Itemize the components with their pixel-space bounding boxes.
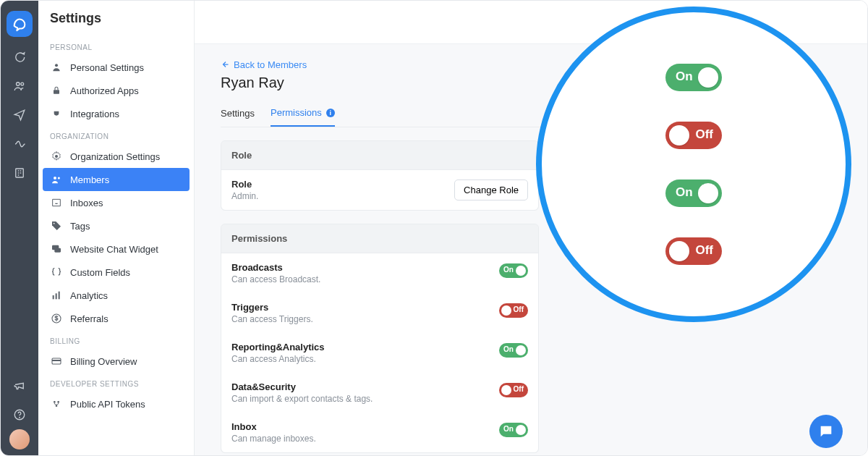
sidebar-item-api-tokens[interactable]: Public API Tokens	[38, 392, 194, 415]
logo[interactable]	[7, 11, 33, 37]
rail-org-icon[interactable]	[1, 159, 38, 187]
role-panel: Role Role Admin. Change Role	[221, 140, 539, 211]
toggle-knob	[669, 241, 689, 261]
rail-announce-icon[interactable]	[1, 371, 38, 400]
rail-flows-icon[interactable]	[1, 130, 38, 159]
rail-contacts-icon[interactable]	[1, 72, 38, 101]
rail-avatar[interactable]	[9, 429, 30, 449]
change-role-button[interactable]: Change Role	[454, 180, 528, 200]
role-panel-head: Role	[221, 141, 538, 170]
sidebar-item-analytics[interactable]: Analytics	[38, 284, 194, 307]
perm-inbox-toggle[interactable]: On	[499, 423, 528, 437]
perm-desc: Can access Triggers.	[231, 314, 313, 324]
toggle-knob	[698, 183, 718, 203]
chat-widget-icon	[50, 242, 63, 256]
rail-help-icon[interactable]	[1, 400, 38, 429]
info-badge-icon: i	[326, 109, 335, 117]
analytics-icon	[50, 289, 63, 302]
sidebar-item-label: Public API Tokens	[70, 399, 145, 410]
sidebar-item-label: Referrals	[70, 313, 109, 324]
chat-bubble-icon	[818, 423, 834, 439]
section-developer: DEVELOPER SETTINGS	[38, 373, 194, 392]
toggle-knob	[516, 345, 526, 355]
icon-rail	[1, 1, 38, 455]
toggle-label: Off	[514, 385, 524, 393]
perm-data-security-toggle[interactable]: Off	[499, 383, 528, 397]
members-icon	[50, 173, 63, 186]
perm-title: Broadcasts	[231, 262, 320, 273]
sidebar-item-label: Authorized Apps	[70, 85, 139, 96]
sidebar-item-label: Tags	[70, 221, 90, 232]
svg-point-1	[21, 83, 24, 85]
help-chat-bubble[interactable]	[809, 415, 843, 448]
svg-point-10	[54, 223, 55, 224]
toggle-off-label: Off	[695, 127, 713, 142]
arrow-left-icon	[221, 60, 229, 69]
tab-permissions[interactable]: Permissions i	[271, 101, 335, 127]
sidebar-item-tags[interactable]: Tags	[38, 214, 194, 237]
settings-sidebar: Settings PERSONAL Personal Settings Auth…	[38, 1, 195, 455]
callout-toggle-4[interactable]: Off	[665, 237, 722, 265]
back-to-members-link[interactable]: Back to Members	[221, 59, 307, 70]
perm-desc: Can import & export contacts & tags.	[231, 394, 373, 404]
sidebar-item-chat-widget[interactable]: Website Chat Widget	[38, 237, 194, 261]
sidebar-item-org-settings[interactable]: Organization Settings	[38, 145, 194, 168]
tag-icon	[50, 219, 63, 232]
sidebar-item-label: Members	[70, 174, 109, 185]
toggle-on-label: On	[676, 69, 693, 84]
sidebar-item-label: Inboxes	[70, 198, 103, 208]
svg-rect-2	[16, 169, 24, 177]
toggle-knob	[698, 67, 718, 88]
callout-toggle-2[interactable]: Off	[665, 122, 722, 149]
svg-rect-15	[59, 292, 60, 300]
svg-point-19	[54, 401, 56, 403]
sidebar-item-billing-overview[interactable]: Billing Overview	[38, 350, 194, 373]
toggle-off-label: Off	[695, 243, 713, 258]
sidebar-item-inboxes[interactable]: Inboxes	[38, 191, 194, 214]
toggle-label: Off	[514, 305, 524, 313]
callout-toggle-3[interactable]: On	[665, 180, 722, 207]
gear-icon	[50, 150, 63, 163]
sidebar-item-authorized-apps[interactable]: Authorized Apps	[38, 79, 194, 102]
perm-reporting-toggle[interactable]: On	[499, 343, 528, 358]
dollar-icon	[50, 312, 63, 325]
perm-triggers-toggle[interactable]: Off	[499, 303, 528, 318]
lock-icon	[50, 84, 63, 97]
perm-broadcasts-toggle[interactable]: On	[499, 263, 528, 278]
sidebar-item-members[interactable]: Members	[43, 168, 190, 191]
toggle-label: On	[503, 266, 514, 274]
svg-rect-6	[54, 90, 59, 93]
svg-rect-12	[54, 248, 61, 253]
svg-rect-14	[56, 293, 57, 299]
sidebar-item-personal-settings[interactable]: Personal Settings	[38, 56, 194, 79]
sidebar-item-integrations[interactable]: Integrations	[38, 102, 194, 125]
toggle-knob	[669, 125, 689, 145]
section-organization: ORGANIZATION	[38, 125, 194, 145]
perm-desc: Can access Analytics.	[231, 354, 325, 364]
perm-data-security: Data&SecurityCan import & export contact…	[221, 373, 538, 413]
sidebar-item-label: Website Chat Widget	[70, 244, 158, 255]
toggle-knob	[501, 385, 511, 395]
sidebar-item-referrals[interactable]: Referrals	[38, 307, 194, 330]
card-icon	[50, 355, 63, 368]
sidebar-item-label: Integrations	[70, 109, 119, 119]
sidebar-item-custom-fields[interactable]: Custom Fields	[38, 261, 194, 284]
plug-icon	[50, 107, 63, 120]
toggle-knob	[516, 425, 526, 435]
rail-send-icon[interactable]	[1, 101, 38, 130]
tab-label: Settings	[221, 108, 255, 119]
perm-inbox: InboxCan manage inboxes. On	[221, 413, 538, 452]
svg-point-0	[17, 83, 20, 86]
callout-toggle-1[interactable]: On	[665, 64, 722, 91]
sidebar-item-label: Analytics	[70, 290, 108, 301]
perm-broadcasts: BroadcastsCan access Broadcast. On	[221, 253, 538, 293]
inbox-icon	[50, 196, 63, 209]
permissions-list: BroadcastsCan access Broadcast. On Trigg…	[221, 253, 538, 452]
perm-triggers: TriggersCan access Triggers. Off	[221, 293, 538, 333]
section-personal: PERSONAL	[38, 36, 194, 56]
tab-settings[interactable]: Settings	[221, 101, 255, 127]
sidebar-item-label: Organization Settings	[70, 151, 160, 162]
svg-point-7	[55, 155, 58, 158]
role-value: Admin.	[231, 191, 258, 201]
rail-chat-icon[interactable]	[1, 43, 38, 72]
